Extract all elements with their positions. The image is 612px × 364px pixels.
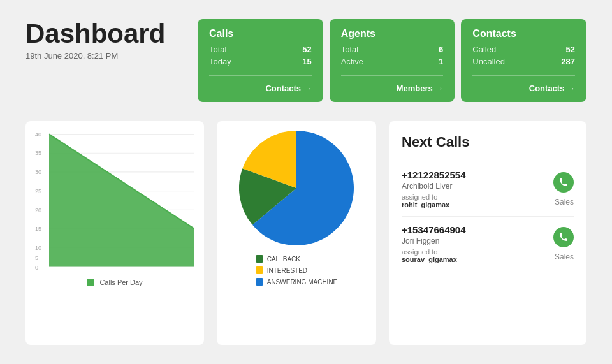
agents-card-title: Agents	[341, 28, 444, 40]
agents-footer-link[interactable]: Members →	[341, 75, 444, 93]
svg-text:5: 5	[35, 254, 38, 262]
stats-cards: Calls Total 52 Today 15 Contacts → Agent…	[198, 19, 586, 102]
contacts-uncalled-value: 287	[561, 57, 575, 66]
agent-name-2: sourav_gigamax	[402, 256, 457, 263]
answering-dot	[256, 278, 263, 286]
call-assigned-2: assigned to sourav_gigamax	[402, 248, 553, 263]
calls-today-row: Today 15	[209, 57, 312, 66]
page-subtitle: 19th June 2020, 8:21 PM	[26, 51, 185, 61]
agents-total-row: Total 6	[341, 45, 444, 54]
pie-legend-interested: INTERESTED	[256, 266, 338, 274]
interested-dot	[256, 266, 263, 274]
pie-legend-callback: CALLBACK	[256, 255, 338, 263]
svg-text:20: 20	[35, 206, 41, 214]
calls-today-value: 15	[302, 57, 311, 66]
contacts-uncalled-row: Uncalled 287	[472, 57, 575, 66]
top-section: Dashboard 19th June 2020, 8:21 PM Calls …	[26, 19, 586, 102]
svg-text:30: 30	[35, 168, 41, 176]
call-assigned-1: assigned to rohit_gigamax	[402, 193, 553, 208]
pie-svg	[239, 131, 354, 245]
contacts-called-label: Called	[472, 45, 496, 54]
chart-legend-label: Calls Per Day	[99, 279, 142, 286]
page-title: Dashboard	[26, 19, 185, 48]
calls-today-label: Today	[209, 57, 231, 66]
svg-text:0: 0	[35, 263, 38, 271]
phone-icon-2	[558, 232, 569, 242]
svg-text:25: 25	[35, 187, 41, 194]
dashboard-container: Dashboard 19th June 2020, 8:21 PM Calls …	[0, 0, 612, 364]
call-phone-btn-1[interactable]	[553, 172, 574, 193]
title-area: Dashboard 19th June 2020, 8:21 PM	[26, 19, 185, 61]
calls-footer-link[interactable]: Contacts →	[209, 75, 312, 93]
contacts-card: Contacts Called 52 Uncalled 287 Contacts…	[461, 19, 586, 102]
calls-card-title: Calls	[209, 28, 312, 40]
interested-label: INTERESTED	[267, 267, 307, 274]
agents-active-label: Active	[341, 57, 363, 66]
chart-legend: Calls Per Day	[35, 279, 194, 286]
call-team-1: Sales	[555, 198, 574, 207]
pie-chart-area: CALLBACK INTERESTED ANSWERING MACHINE	[217, 121, 376, 345]
chart-legend-dot	[87, 279, 94, 286]
call-team-2: Sales	[555, 252, 574, 261]
chart-svg: 40 35 30 25 20 15 10 5 0	[35, 131, 194, 271]
contacts-footer-link[interactable]: Contacts →	[472, 75, 575, 93]
call-right-2: Sales	[553, 227, 574, 261]
call-item-1: +12122852554 Archibold Liver assigned to…	[402, 162, 574, 217]
calls-total-label: Total	[209, 45, 226, 54]
call-number-1: +12122852554	[402, 170, 553, 180]
call-info-1: +12122852554 Archibold Liver assigned to…	[402, 170, 553, 208]
contacts-uncalled-label: Uncalled	[472, 57, 505, 66]
contacts-called-row: Called 52	[472, 45, 575, 54]
assigned-label-1: assigned to	[402, 193, 437, 201]
svg-text:10: 10	[35, 244, 41, 252]
agents-active-value: 1	[439, 57, 443, 66]
pie-legend: CALLBACK INTERESTED ANSWERING MACHINE	[256, 255, 338, 286]
call-right-1: Sales	[553, 172, 574, 207]
call-name-1: Archibold Liver	[402, 182, 553, 191]
svg-marker-17	[49, 135, 194, 267]
contacts-card-title: Contacts	[472, 28, 575, 40]
agent-name-1: rohit_gigamax	[402, 201, 449, 208]
svg-text:40: 40	[35, 131, 41, 138]
agents-active-row: Active 1	[341, 57, 444, 66]
call-info-2: +15347664904 Jori Figgen assigned to sou…	[402, 224, 553, 263]
svg-text:15: 15	[35, 225, 41, 233]
callback-dot	[256, 255, 263, 263]
calls-card: Calls Total 52 Today 15 Contacts →	[198, 19, 323, 102]
agents-card: Agents Total 6 Active 1 Members →	[330, 19, 455, 102]
call-phone-btn-2[interactable]	[553, 227, 574, 247]
calls-per-day-chart: 40 35 30 25 20 15 10 5 0	[26, 121, 204, 345]
bottom-section: 40 35 30 25 20 15 10 5 0	[26, 121, 586, 345]
call-name-2: Jori Figgen	[402, 237, 553, 245]
calls-total-value: 52	[302, 45, 311, 54]
svg-text:35: 35	[35, 149, 41, 157]
next-calls-title: Next Calls	[402, 134, 574, 150]
answering-label: ANSWERING MACHINE	[267, 279, 338, 286]
assigned-label-2: assigned to	[402, 248, 437, 256]
callback-label: CALLBACK	[267, 256, 300, 263]
call-number-2: +15347664904	[402, 224, 553, 235]
agents-total-value: 6	[439, 45, 443, 54]
agents-total-label: Total	[341, 45, 358, 54]
phone-icon-1	[558, 177, 569, 187]
calls-total-row: Total 52	[209, 45, 312, 54]
pie-legend-answering: ANSWERING MACHINE	[256, 278, 338, 286]
next-calls-panel: Next Calls +12122852554 Archibold Liver …	[389, 121, 586, 345]
contacts-called-value: 52	[566, 45, 575, 54]
call-item-2: +15347664904 Jori Figgen assigned to sou…	[402, 217, 574, 271]
